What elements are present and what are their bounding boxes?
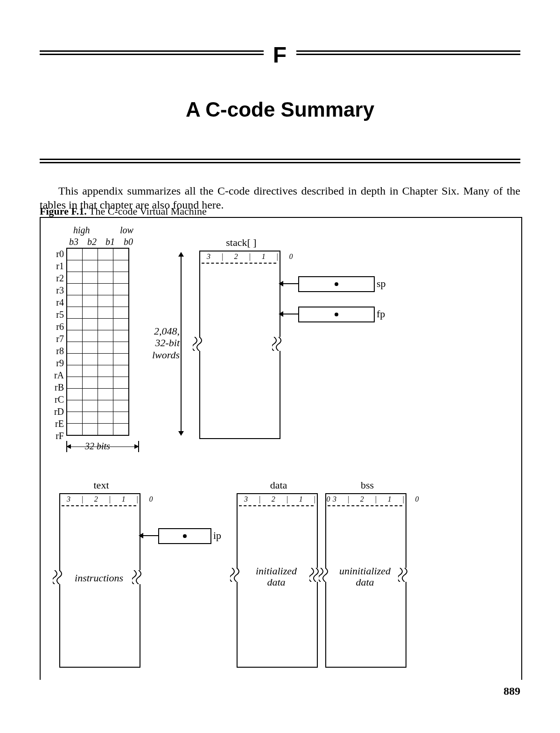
register-cell	[67, 295, 83, 307]
stack-dim-up	[181, 253, 182, 344]
register-cell	[67, 272, 83, 284]
register-cell	[113, 389, 129, 400]
text-break-r	[134, 570, 143, 584]
register-cell	[67, 330, 83, 342]
register-cell	[113, 412, 129, 424]
register-row	[67, 377, 129, 389]
sp-arrow	[280, 283, 298, 284]
register-row	[67, 365, 129, 377]
register-cell	[67, 260, 83, 272]
register-cell	[113, 272, 129, 284]
register-cell	[83, 354, 98, 365]
register-cell	[98, 424, 113, 436]
register-name: r1	[51, 261, 64, 272]
bss-byte-ticks: 3 | 2 | 1 | 0	[333, 495, 423, 503]
figure-label: Figure F.1.	[40, 205, 87, 217]
figure-caption: Figure F.1. The C-code Virtual Machine	[40, 205, 207, 217]
register-cell	[83, 330, 98, 342]
bss-seg-dashed	[328, 505, 402, 506]
reg-byte-b3: b3	[69, 237, 78, 247]
register-name: r3	[51, 285, 64, 296]
register-cell	[98, 284, 113, 295]
stack-dim-down	[181, 344, 182, 435]
figure-title: The C-code Virtual Machine	[89, 205, 207, 217]
register-cell	[67, 354, 83, 365]
register-cell	[113, 400, 129, 412]
data-break-l	[232, 568, 241, 582]
text-byte-ticks: 3 | 2 | 1 | 0	[67, 495, 157, 503]
register-cell	[83, 295, 98, 307]
register-row	[67, 307, 129, 319]
figure-box: high low b3 b2 b1 b0 32 bits stack[ ] 3 …	[40, 217, 522, 680]
bss-seg-desc: uninitialized data	[325, 565, 405, 588]
reg-low-label: low	[120, 225, 133, 236]
fp-arrow	[280, 314, 298, 314]
register-grid	[66, 248, 129, 436]
register-name: rB	[51, 382, 64, 393]
register-row	[67, 354, 129, 365]
stack-title: stack[ ]	[199, 237, 283, 249]
reg-byte-b0: b0	[124, 237, 133, 247]
register-row	[67, 284, 129, 295]
register-cell	[67, 389, 83, 400]
reg-byte-b2: b2	[87, 237, 97, 247]
register-cell	[98, 400, 113, 412]
register-cell	[98, 354, 113, 365]
register-cell	[83, 377, 98, 389]
data-seg-dashed	[239, 505, 314, 506]
register-cell	[98, 272, 113, 284]
reg-width-tick-l	[66, 441, 67, 452]
register-row	[67, 248, 129, 260]
register-cell	[67, 377, 83, 389]
reg-byte-b1: b1	[105, 237, 115, 247]
register-cell	[83, 365, 98, 377]
register-cell	[67, 412, 83, 424]
register-cell	[67, 307, 83, 319]
data-byte-ticks: 3 | 2 | 1 | 0	[244, 495, 335, 503]
register-cell	[67, 424, 83, 436]
fp-label: fp	[377, 308, 385, 320]
ip-dot-icon	[183, 534, 187, 538]
register-name: rE	[51, 419, 64, 429]
register-cell	[113, 354, 129, 365]
text-seg-title: text	[59, 479, 143, 491]
ip-arrow	[140, 535, 158, 536]
register-cell	[113, 295, 129, 307]
register-name: rC	[51, 394, 64, 405]
register-cell	[113, 424, 129, 436]
register-cell	[98, 377, 113, 389]
register-cell	[113, 248, 129, 260]
register-cell	[113, 342, 129, 354]
register-cell	[98, 248, 113, 260]
register-cell	[67, 248, 83, 260]
register-cell	[98, 365, 113, 377]
register-cell	[67, 342, 83, 354]
bss-seg-title: bss	[325, 479, 409, 491]
register-cell	[83, 260, 98, 272]
register-row	[67, 295, 129, 307]
register-cell	[83, 319, 98, 330]
register-row	[67, 319, 129, 330]
stack-break-l	[195, 337, 204, 351]
register-cell	[113, 307, 129, 319]
register-row	[67, 400, 129, 412]
reg-width-tick-r	[138, 441, 139, 452]
register-cell	[98, 295, 113, 307]
data-seg-desc: initialized data	[237, 565, 316, 588]
register-name: r5	[51, 309, 64, 320]
ip-box	[158, 528, 211, 544]
fp-box	[298, 307, 375, 322]
text-seg-desc: instructions	[59, 572, 139, 584]
fp-dot-icon	[335, 313, 338, 316]
register-cell	[98, 389, 113, 400]
register-cell	[98, 342, 113, 354]
register-cell	[98, 319, 113, 330]
chapter-letter: F	[0, 42, 560, 68]
register-name: r2	[51, 273, 64, 284]
register-name: r0	[51, 249, 64, 259]
stack-size-label: 2,048, 32-bit lwords	[147, 325, 180, 361]
register-cell	[83, 412, 98, 424]
register-name: r9	[51, 358, 64, 369]
register-cell	[67, 400, 83, 412]
register-cell	[98, 330, 113, 342]
